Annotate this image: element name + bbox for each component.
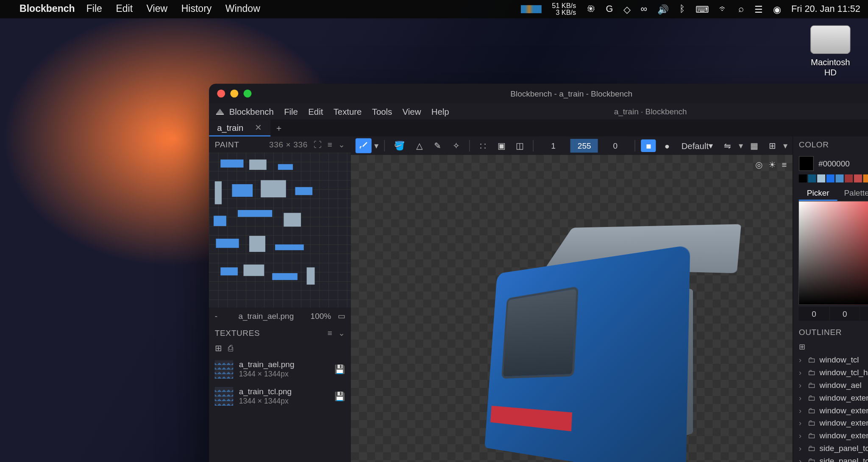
chevron-right-icon[interactable]: › <box>799 406 805 415</box>
chevron-right-icon[interactable]: › <box>799 456 805 462</box>
outliner-item[interactable]: ›🗀window_tcl👁 <box>793 354 868 366</box>
chevron-right-icon[interactable]: › <box>799 443 805 453</box>
macos-menu-edit[interactable]: Edit <box>116 3 133 15</box>
app-menu-help[interactable]: Help <box>431 106 449 116</box>
fullscreen-icon[interactable]: ⛶ <box>314 140 322 149</box>
app-menu-edit[interactable]: Edit <box>308 106 323 116</box>
fill-tool-button[interactable]: 🪣 <box>391 138 409 153</box>
crop-icon[interactable]: ◫ <box>512 138 527 153</box>
maximize-window-button[interactable] <box>244 89 252 97</box>
macos-menu-window[interactable]: Window <box>225 3 260 15</box>
brush-tool-button[interactable] <box>356 138 372 153</box>
import-texture-icon[interactable]: ⎙ <box>228 343 233 353</box>
diamond-icon[interactable]: ◇ <box>623 4 630 15</box>
chevron-right-icon[interactable]: › <box>799 355 805 365</box>
wifi-icon[interactable]: ᯤ <box>719 4 728 14</box>
color-saturation-value-field[interactable] <box>799 202 868 305</box>
palette-chip[interactable] <box>808 174 816 183</box>
save-texture-icon[interactable]: 💾 <box>334 364 345 374</box>
color-g-value[interactable]: 0 <box>830 307 861 321</box>
palette-chip[interactable] <box>836 174 844 183</box>
texture-item[interactable]: a_train_tcl.png 1344 × 1344px 💾 <box>209 383 351 410</box>
chevron-down-icon[interactable]: ⌄ <box>338 140 345 149</box>
macintosh-hd-desktop-icon[interactable]: Macintosh HD <box>804 25 857 77</box>
app-menu-file[interactable]: File <box>284 106 298 116</box>
palette-tab[interactable]: Palette <box>837 186 868 201</box>
volume-icon[interactable]: 🔊 <box>657 4 669 15</box>
macos-menu-history[interactable]: History <box>181 3 212 15</box>
chevron-right-icon[interactable]: › <box>799 368 805 377</box>
palette-chip[interactable] <box>799 174 807 183</box>
minimize-window-button[interactable] <box>230 89 238 97</box>
color-hex-value[interactable]: #000000 <box>818 159 850 168</box>
palette-chip[interactable] <box>845 174 853 183</box>
outliner-item[interactable]: ›🗀window_exterior_end_ael👁 <box>793 429 868 442</box>
bluetooth-icon[interactable]: ᛒ <box>679 4 685 14</box>
eraser-tool-button[interactable]: △ <box>412 138 427 153</box>
mirror-dropdown[interactable]: ▾ <box>739 141 743 151</box>
infinity-icon[interactable]: ∞ <box>641 4 647 14</box>
chevron-down-icon[interactable]: ⌄ <box>338 328 345 338</box>
chevron-right-icon[interactable]: › <box>799 380 805 390</box>
circle-brush-shape[interactable]: ● <box>659 138 674 153</box>
texture-item[interactable]: a_train_ael.png 1344 × 1344px 💾 <box>209 356 351 383</box>
outliner-item[interactable]: ›🗀window_ael👁 <box>793 379 868 391</box>
mirror-icon[interactable]: ⇋ <box>720 138 735 153</box>
palette-chip[interactable] <box>854 174 862 183</box>
macos-app-name[interactable]: Blockbench <box>19 3 75 15</box>
outliner-item[interactable]: ›🗀window_exterior_ael👁 <box>793 404 868 417</box>
overlay-toggle-icon[interactable]: ▭ <box>338 312 345 321</box>
outliner-item[interactable]: ›🗀window_exterior_tcl👁 <box>793 391 868 404</box>
user-icon[interactable]: ◉ <box>773 4 781 15</box>
color-r-value[interactable]: 0 <box>799 307 830 321</box>
options-icon[interactable]: ≡ <box>328 328 333 338</box>
menubar-graph-icon[interactable] <box>521 5 542 13</box>
outliner-item[interactable]: ›🗀side_panel_tcl👁 <box>793 442 868 454</box>
keyboard-icon[interactable]: ⌨ <box>696 4 709 15</box>
macos-menu-view[interactable]: View <box>147 3 168 15</box>
uv-options-icon[interactable]: ≡ <box>328 140 333 149</box>
tab-close-icon[interactable]: ✕ <box>255 122 262 133</box>
chevron-right-icon[interactable]: › <box>799 418 805 428</box>
chevron-right-icon[interactable]: › <box>799 431 805 440</box>
palette-chip[interactable] <box>863 174 868 183</box>
tab-a-train[interactable]: a_train ✕ <box>209 119 270 137</box>
picker-tab[interactable]: Picker <box>799 186 837 201</box>
copy-icon[interactable]: ▣ <box>494 138 509 153</box>
eyedropper-tool-button[interactable]: ✎ <box>431 138 445 153</box>
control-center-icon[interactable]: ☰ <box>754 4 762 15</box>
palette-chip[interactable] <box>817 174 825 183</box>
app-menu-texture[interactable]: Texture <box>334 106 362 116</box>
palette-chip[interactable] <box>826 174 835 183</box>
search-icon[interactable]: ⌕ <box>738 4 744 14</box>
current-color-swatch[interactable] <box>799 156 814 171</box>
square-brush-shape[interactable]: ■ <box>641 139 656 152</box>
3d-viewport[interactable]: ◎ ☀ ≡ <box>351 155 793 462</box>
save-texture-icon[interactable]: 💾 <box>334 391 345 401</box>
brush-size-input[interactable] <box>540 139 567 153</box>
app-menu-view[interactable]: View <box>403 106 421 116</box>
viewport-menu-icon[interactable]: ≡ <box>782 160 787 170</box>
add-texture-icon[interactable]: ⊞ <box>215 343 223 353</box>
google-g-icon[interactable]: G <box>606 4 613 14</box>
blend-mode-dropdown[interactable]: Default ▾ <box>678 138 717 153</box>
brush-opacity-input[interactable] <box>570 139 598 153</box>
uv-editor[interactable] <box>209 152 351 307</box>
brush-softness-input[interactable] <box>601 139 629 153</box>
brush-dropdown-icon[interactable]: ▾ <box>374 141 379 151</box>
lock-alpha-icon[interactable]: ▦ <box>747 138 762 153</box>
menubar-clock[interactable]: Fri 20. Jan 11:52 <box>791 4 860 14</box>
outliner-item[interactable]: ›🗀side_panel_tcl_translucent👁 <box>793 454 868 462</box>
outliner-add-icon[interactable]: ⊞ <box>799 343 805 351</box>
view-cube-icon[interactable]: ◎ <box>755 160 763 170</box>
chevron-right-icon[interactable]: › <box>799 393 805 402</box>
swirl-icon[interactable]: ֍ <box>587 4 596 14</box>
shape-tool-button[interactable]: ✧ <box>449 138 464 153</box>
grid-icon[interactable]: ⊞ <box>765 138 780 153</box>
vertices-icon[interactable]: ⸬ <box>476 138 491 153</box>
outliner-item[interactable]: ›🗀window_exterior_end_tcl👁 <box>793 417 868 429</box>
outliner-item[interactable]: ›🗀window_tcl_handrails👁 <box>793 366 868 379</box>
sun-icon[interactable]: ☀ <box>768 160 776 170</box>
grid-dropdown[interactable]: ▾ <box>783 141 788 151</box>
close-window-button[interactable] <box>217 89 225 97</box>
